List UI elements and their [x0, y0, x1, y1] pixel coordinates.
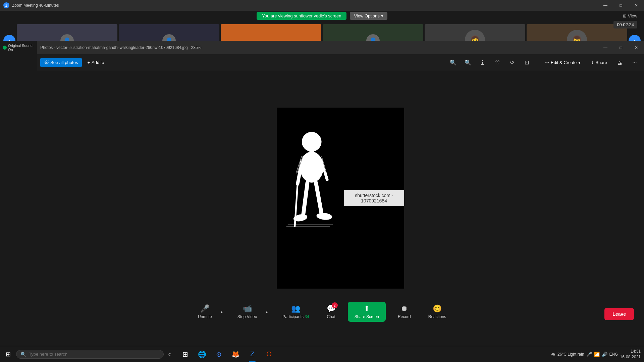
- search-icon: 🔍: [20, 352, 26, 357]
- svg-line-8: [316, 183, 322, 214]
- gandhi-figure: [277, 108, 344, 289]
- svg-point-2: [300, 152, 324, 182]
- chevron-up-icon: ▲: [265, 310, 268, 314]
- edit-create-label: Edit & Create: [551, 60, 577, 65]
- photos-toolbar: 🖼 See all photos + Add to 🔍 🔍 🗑 ♡ ↺ ⊡ ✏ …: [37, 54, 644, 71]
- video-icon: 📹: [243, 304, 252, 313]
- delete-button[interactable]: 🗑: [477, 57, 489, 69]
- taskbar-app-multiview[interactable]: ⊞: [177, 346, 193, 362]
- zoom-out-button[interactable]: 🔍: [462, 57, 474, 69]
- leave-button[interactable]: Leave: [604, 308, 634, 320]
- search-box[interactable]: 🔍: [16, 350, 164, 359]
- svg-point-0: [302, 132, 322, 152]
- taskbar-app-edge[interactable]: 🌐: [194, 346, 210, 362]
- photo-minimize-button[interactable]: —: [598, 41, 613, 54]
- toolbar-right: 🔍 🔍 🗑 ♡ ↺ ⊡ ✏ Edit & Create ▾ ⤴ Share 🖨 …: [447, 57, 641, 69]
- clock-date: 16-08-2021: [620, 354, 641, 360]
- system-clock[interactable]: 14:31 16-08-2021: [620, 349, 641, 360]
- mic-icon: 🎤: [586, 352, 592, 357]
- title-text: Zoom Meeting 40-Minutes: [12, 3, 59, 8]
- chevron-down-icon: ▾: [578, 60, 581, 65]
- divider: [537, 59, 537, 67]
- minimize-button[interactable]: —: [598, 0, 613, 11]
- record-icon: ⏺: [400, 304, 408, 313]
- stop-video-button[interactable]: 📹 Stop Video: [232, 302, 263, 322]
- chat-label: Chat: [327, 314, 335, 319]
- edit-create-button[interactable]: ✏ Edit & Create ▾: [541, 58, 585, 67]
- heart-button[interactable]: ♡: [491, 57, 503, 69]
- chat-button[interactable]: 💬 2 Chat: [321, 302, 341, 322]
- share-label: Share: [595, 60, 607, 65]
- unmute-button[interactable]: 🎤 Unmute: [193, 302, 217, 322]
- zoom-level: 235%: [191, 45, 202, 50]
- temperature-text: 26°C Light rain: [557, 352, 584, 357]
- participants-button[interactable]: 👥 Participants 34: [277, 302, 314, 322]
- maximize-button[interactable]: □: [613, 0, 629, 11]
- notification-bar: You are viewing sunflower vedic's screen…: [0, 11, 644, 21]
- reactions-icon: 😊: [433, 304, 442, 313]
- print-button[interactable]: 🖨: [614, 57, 626, 69]
- taskbar-app-zoom[interactable]: Z: [244, 346, 260, 362]
- see-all-photos-button[interactable]: 🖼 See all photos: [40, 58, 82, 67]
- photo-close-button[interactable]: ✕: [629, 41, 644, 54]
- window-controls: — □ ✕: [598, 0, 644, 11]
- zoom-in-button[interactable]: 🔍: [447, 57, 459, 69]
- taskbar-app-chrome[interactable]: ⊛: [211, 346, 227, 362]
- meeting-timer: 00:02:24: [613, 21, 637, 28]
- photo-maximize-button[interactable]: □: [613, 41, 629, 54]
- edit-icon: ✏: [545, 60, 549, 65]
- chevron-down-icon: ▾: [381, 13, 383, 18]
- svg-line-6: [303, 183, 308, 215]
- original-sound: Original Sound: On: [0, 41, 37, 54]
- shutterstock-watermark: shutterstock.com · 1070921684: [344, 190, 404, 206]
- share-screen-label: Share Screen: [355, 314, 379, 319]
- add-to-button[interactable]: + Add to: [83, 58, 108, 67]
- stop-video-arrow-button[interactable]: ▲: [263, 302, 270, 322]
- share-screen-button[interactable]: ⬆ Share Screen: [348, 302, 386, 322]
- stop-video-label: Stop Video: [237, 314, 257, 319]
- reactions-button[interactable]: 😊 Reactions: [423, 302, 451, 322]
- taskbar-app-office[interactable]: O: [261, 346, 277, 362]
- lang-text: ENG: [609, 352, 618, 357]
- rotate-button[interactable]: ↺: [506, 57, 518, 69]
- original-sound-text: Original Sound: On: [8, 44, 34, 52]
- zoom-app-icon: Z: [3, 2, 9, 8]
- record-label: Record: [398, 314, 411, 319]
- add-icon: +: [87, 60, 90, 65]
- volume-icon: 🔊: [602, 352, 607, 357]
- share-icon: ⤴: [591, 60, 594, 65]
- unmute-label: Unmute: [198, 314, 212, 319]
- unmute-group: 🎤 Unmute ▲: [193, 302, 225, 322]
- record-button[interactable]: ⏺ Record: [392, 302, 416, 322]
- search-circle-button[interactable]: ○: [164, 348, 176, 360]
- taskbar-app-firefox[interactable]: 🦊: [227, 346, 244, 362]
- crop-button[interactable]: ⊡: [521, 57, 533, 69]
- unmute-arrow-button[interactable]: ▲: [218, 302, 225, 322]
- photos-title-bar: Photos - vector-illustration-mahatma-gan…: [37, 41, 644, 54]
- search-input[interactable]: [29, 352, 159, 357]
- photo-display: shutterstock.com · 1070921684: [277, 108, 404, 289]
- add-to-label: Add to: [92, 60, 104, 65]
- close-button[interactable]: ✕: [629, 0, 644, 11]
- photos-app: Photos - vector-illustration-mahatma-gan…: [37, 41, 644, 325]
- photo-win-controls: — □ ✕: [598, 41, 644, 54]
- mute-icon: 🎤: [200, 304, 209, 313]
- clock-time: 14:31: [620, 349, 641, 354]
- photos-icon: 🖼: [44, 60, 49, 65]
- screen-sharing-badge: You are viewing sunflower vedic's screen: [257, 12, 346, 20]
- more-options-button[interactable]: ···: [629, 57, 641, 69]
- file-path: Photos - vector-illustration-mahatma-gan…: [40, 45, 188, 50]
- view-options-button[interactable]: View Options ▾: [350, 12, 387, 20]
- view-link[interactable]: ⊞ View: [623, 13, 637, 18]
- start-button[interactable]: ⊞: [0, 346, 16, 362]
- gandhi-svg: [277, 128, 344, 268]
- share-button[interactable]: ⤴ Share: [587, 58, 611, 67]
- leave-label: Leave: [612, 311, 626, 317]
- zoom-toolbar: 🎤 Unmute ▲ 📹 Stop Video ▲ 👥 Participants…: [0, 298, 644, 325]
- chevron-up-icon: ▲: [220, 310, 223, 314]
- system-tray: 🌧 26°C Light rain 🎤 📶 🔊 ENG 14:31 16-08-…: [547, 349, 644, 360]
- network-icon: 📶: [594, 352, 600, 357]
- svg-point-9: [316, 213, 333, 221]
- title-bar: Z Zoom Meeting 40-Minutes — □ ✕: [0, 0, 644, 11]
- share-screen-icon: ⬆: [364, 304, 370, 313]
